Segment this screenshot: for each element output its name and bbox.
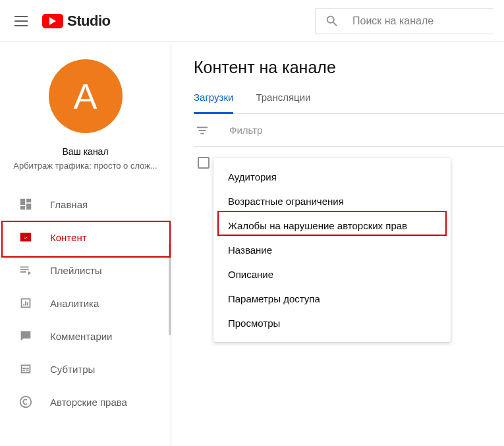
subtitles-icon [18, 362, 33, 376]
filter-option-audience[interactable]: Аудитория [213, 165, 451, 189]
content-icon [18, 230, 33, 244]
channel-block[interactable]: А Ваш канал Арбитраж трафика: просто о с… [0, 59, 171, 181]
nav-label: Комментарии [50, 331, 112, 342]
analytics-icon [18, 296, 33, 310]
copyright-icon [18, 395, 33, 409]
sidebar-item-comments[interactable]: Комментарии [0, 320, 171, 352]
content-area: Контент на канале Загрузки Трансляции Фи… [171, 42, 504, 446]
sidebar-item-content[interactable]: Контент [0, 221, 171, 254]
nav-label: Плейлисты [50, 265, 102, 276]
menu-icon[interactable] [13, 13, 29, 29]
filter-icon [195, 123, 210, 138]
filter-option-age[interactable]: Возрастные ограничения [213, 189, 451, 213]
filter-bar[interactable]: Фильтр [194, 114, 504, 147]
sidebar-item-copyright[interactable]: Авторские права [0, 385, 171, 418]
filter-option-views[interactable]: Просмотры [213, 311, 451, 335]
nav-label: Авторские права [50, 397, 127, 408]
nav-label: Главная [50, 199, 88, 210]
nav: Главная Контент Плейлисты Аналитика Комм… [0, 188, 171, 418]
header: Studio [0, 0, 504, 42]
sidebar: А Ваш канал Арбитраж трафика: просто о с… [0, 42, 171, 446]
filter-option-title[interactable]: Название [213, 238, 451, 262]
nav-label: Субтитры [50, 364, 95, 375]
playlist-icon [18, 263, 33, 277]
comments-icon [18, 329, 33, 343]
avatar[interactable]: А [49, 59, 123, 133]
nav-label: Аналитика [50, 298, 99, 309]
filter-option-copyright[interactable]: Жалобы на нарушение авторских прав [213, 213, 451, 238]
sidebar-item-playlists[interactable]: Плейлисты [0, 254, 171, 287]
select-all-checkbox[interactable] [198, 157, 210, 169]
tab-live[interactable]: Трансляции [256, 92, 310, 114]
search-input[interactable] [352, 15, 484, 27]
logo-text: Studio [67, 13, 110, 30]
tabs: Загрузки Трансляции [194, 92, 504, 114]
filter-option-access[interactable]: Параметры доступа [213, 287, 451, 311]
tab-uploads[interactable]: Загрузки [194, 92, 233, 114]
logo[interactable]: Studio [42, 13, 110, 30]
search-icon [325, 14, 339, 28]
search-box[interactable] [315, 8, 493, 34]
sidebar-item-home[interactable]: Главная [0, 188, 171, 221]
channel-subtitle: Арбитраж трафика: просто о слож... [7, 161, 164, 171]
sidebar-item-subtitles[interactable]: Субтитры [0, 352, 171, 385]
nav-label: Контент [50, 232, 87, 243]
sidebar-item-analytics[interactable]: Аналитика [0, 287, 171, 320]
filter-option-description[interactable]: Описание [213, 262, 451, 287]
youtube-icon [42, 14, 63, 28]
page-title: Контент на канале [194, 58, 504, 77]
filter-label: Фильтр [229, 125, 262, 136]
dashboard-icon [18, 197, 33, 211]
channel-title: Ваш канал [7, 146, 164, 157]
filter-dropdown: Аудитория Возрастные ограничения Жалобы … [213, 158, 451, 342]
